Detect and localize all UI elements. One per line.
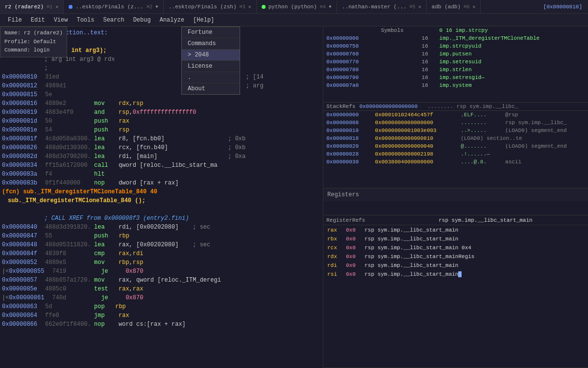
stackref-row-30[interactable]: 0x00000030 0x0038004000000000 ....@.8. a… [323,158,588,166]
fortune-item-dot[interactable]: . [182,72,240,83]
disasm-810[interactable]: 0x00000810 31ed ; [14 [0,73,323,81]
menu-view[interactable]: View [50,16,72,25]
disasm-815[interactable]: 0x00000815 5e [0,90,323,99]
tab-5[interactable]: ..nathan-master (... ⌘5 ✕ [337,0,427,13]
regrefs-rax[interactable]: rax 0x0 rsp sym.imp.__libc_start_main [324,226,587,234]
imports-row-itm[interactable]: 0x00000000 16 imp._ITM_deregisterTMClone… [323,34,588,42]
imports-row-system[interactable]: 0x000007a0 16 imp.system [323,81,588,89]
disasm-fn-sub-sig: sub._ITM_deregisterTMCloneTable_840 (); [0,196,323,205]
stackref-row-0[interactable]: 0x00000000 0x00010102464c457f .ELF.... @… [323,111,588,119]
regrefs-rcx[interactable]: rcx 0x0 rsp sym.imp.__libc_start_main 0x… [324,244,587,252]
imports-row-setresuid[interactable]: 0x00000770 16 imp.setresuid [323,58,588,66]
fortune-item-about[interactable]: About [182,83,240,94]
tab-4-label: python (python) [269,4,317,10]
menu-bar: File Edit View Tools Search Debug Analyz… [0,14,588,26]
imports-row-setresgid[interactable]: 0x00000790 16 imp.setresgid— [323,74,588,81]
disasm-comment-empty: ; [0,64,323,73]
tab-1[interactable]: r2 (radare2) ⌘1 ✕ [0,0,64,13]
tab-6-close[interactable]: ✕ [472,4,475,10]
disasm-812[interactable]: 0x00000812 4989d1 ; arg [0,81,323,90]
disasm-85e[interactable]: 0x0000085e 4885c0 test rax, rax [0,285,323,293]
regrefs-rbx[interactable]: rbx 0x0 rsp sym.imp.__libc_start_main [324,235,587,243]
tab-2[interactable]: ..esktop/Finals (z... ⌘2 ● [64,0,164,13]
menu-tools[interactable]: Tools [73,16,98,25]
disasm-848[interactable]: 0x00000848 488d05311820. lea rax, [0x002… [0,240,323,249]
fortune-item-fortune[interactable]: Fortune [182,27,240,38]
disasm-content: ;-- section..text: (fcn) entry0 43 entry… [0,26,323,368]
main-content: ;-- section..text: (fcn) entry0 43 entry… [0,26,588,368]
imports-row-strlen[interactable]: 0x00000780 16 imp.strlen [323,66,588,74]
menu-search[interactable]: Search [99,16,128,25]
disasm-826[interactable]: 0x00000826 488d0d130300. lea rcx, [fcn.b… [0,143,323,152]
tab-4-dot [262,5,266,9]
imports-header-row: Symbols 0 16 imp.strcpy [323,26,588,34]
fortune-item-license[interactable]: License [182,61,240,72]
disasm-comment-empty2 [0,205,323,214]
disasm-855[interactable]: |< 0x00000855 7419 je 0x870 [0,267,323,276]
regrefs-rdx[interactable]: rdx 0x0 rsp sym.imp.__libc_start_mainReg… [324,253,587,261]
imports-row-putsen[interactable]: 0x00000760 16 imp.putsen [323,50,588,58]
stackref-row-18[interactable]: 0x00000018 0x0000000000000810 (LOAD0) se… [323,134,588,142]
tab-2-shortcut: ⌘2 [147,4,152,10]
disasm-861[interactable]: |< 0x00000861 740d je 0x870 [0,293,323,302]
disasm-xref: ; CALL XREF from 0x000008f3 (entry2.fini… [0,214,323,223]
disasm-863[interactable]: 0x00000863 5d pop rbp [0,302,323,311]
tab-2-label: ..esktop/Finals (z... [75,4,144,10]
disasm-866[interactable]: 0x00000866 662e0f1f8400. nop word cs:[ra… [0,320,323,329]
tab-spacer [481,0,537,13]
disasm-834[interactable]: 0x00000834 ff15a6172000 call qword [relo… [0,161,323,170]
fortune-item-commands[interactable]: Commands [182,38,240,50]
stackref-row-8[interactable]: 0x00000008 0x0000000000000000 ........ r… [323,119,588,127]
disasm-83b[interactable]: 0x0000083b 0f1f440000 nop dword [rax + r… [0,179,323,187]
tooltip-profile: Profile: Default [4,38,63,47]
disasm-82d[interactable]: 0x0000082d 488d3d790200. lea rdi, [main]… [0,152,323,161]
menu-analyze[interactable]: Analyze [156,16,188,25]
tab-3-close[interactable]: ✕ [248,4,251,10]
disasm-852[interactable]: 0x00000852 4889e5 mov rbp, rsp [0,258,323,267]
disasm-81d[interactable]: 0x0000081d 50 push rax [0,117,323,126]
menu-edit[interactable]: Edit [27,16,49,25]
tab-6[interactable]: adb (adb) ⌘6 ✕ [427,0,481,13]
disasm-864[interactable]: 0x00000864 ffe0 jmp rax [0,311,323,320]
stackref-row-20[interactable]: 0x00000020 0x0000000000000040 @....... (… [323,142,588,150]
tab-4[interactable]: python (python) ⌘4 ● [257,0,337,13]
regrefs-rsi[interactable]: rsi 0x0 rsp sym.imp.__libc_start_main [324,270,587,278]
disasm-84f[interactable]: 0x0000084f 4839f8 cmp rax, rdi [0,249,323,258]
tab-6-shortcut: ⌘6 [464,4,469,10]
disasm-847[interactable]: 0x00000847 55 push rbp [0,232,323,240]
registerrefs-header: RegisterRefs rsp sym.imp.__libc_start_ma… [323,215,588,225]
regrefs-rdi[interactable]: rdi 0x0 rsp sym.imp.__libc_start_main [324,262,587,269]
tab-3[interactable]: ..esktop/Finals (zsh) ⌘3 ✕ [164,0,257,13]
tab-3-shortcut: ⌘3 [240,4,245,10]
tab-1-shortcut: ⌘1 [47,4,52,10]
disasm-81f[interactable]: 0x0000081f 4c8d058a0300. lea r8, [fcn.bb… [0,134,323,143]
menu-debug[interactable]: Debug [129,16,155,25]
tooltip-command: Command: login [4,46,63,55]
disasm-857[interactable]: 0x00000857 488b057a1720. mov rax, qword … [0,276,323,285]
tooltip-name: Name: r2 (radare2) [4,29,63,38]
stackref-row-10[interactable]: 0x00000010 0x0000000001003e003 ..>..... … [323,127,588,134]
tab-2-close[interactable]: ● [155,4,158,9]
tab-5-close[interactable]: ✕ [418,4,421,10]
fortune-item-2048[interactable]: > 2048 [182,50,240,61]
registerrefs-table: rax 0x0 rsp sym.imp.__libc_start_main rb… [323,225,588,279]
disasm-840[interactable]: 0x00000840 488d3d391820. lea rdi, [0x002… [0,223,323,232]
imports-section: Symbols 0 16 imp.strcpy 0x00000000 16 im… [323,26,588,103]
tab-6-label: adb (adb) [432,4,461,10]
tab-1-label: r2 (radare2) [5,4,44,10]
fortune-dropdown: Fortune Commands > 2048 License . About [181,26,240,95]
tab-4-close[interactable]: ● [329,4,332,9]
disasm-83a[interactable]: 0x0000083a f4 hlt [0,170,323,179]
registers-header: Registers [323,188,588,201]
menu-file[interactable]: File [4,16,26,25]
disasm-fn-sub[interactable]: (fcn) sub._ITM_deregisterTMCloneTable_84… [0,187,323,196]
menu-help[interactable]: [Help] [189,16,218,25]
disasm-819[interactable]: 0x00000819 4883e4f0 and rsp, 0xfffffffff… [0,108,323,117]
disasm-81e[interactable]: 0x0000081e 54 push rsp [0,126,323,134]
imports-row-strcpyuid[interactable]: 0x00000750 16 imp.strcpyuid [323,42,588,50]
disasm-816[interactable]: 0x00000816 4889e2 mov rdx, rsp [0,99,323,108]
tab-1-close[interactable]: ✕ [55,4,58,10]
stackrefs-table: 0x00000000 0x00010102464c457f .ELF.... @… [323,111,588,166]
current-address: [0x00000810] [538,0,588,13]
stackref-row-28[interactable]: 0x00000028 0x0000000000002198 .!......— [323,150,588,158]
